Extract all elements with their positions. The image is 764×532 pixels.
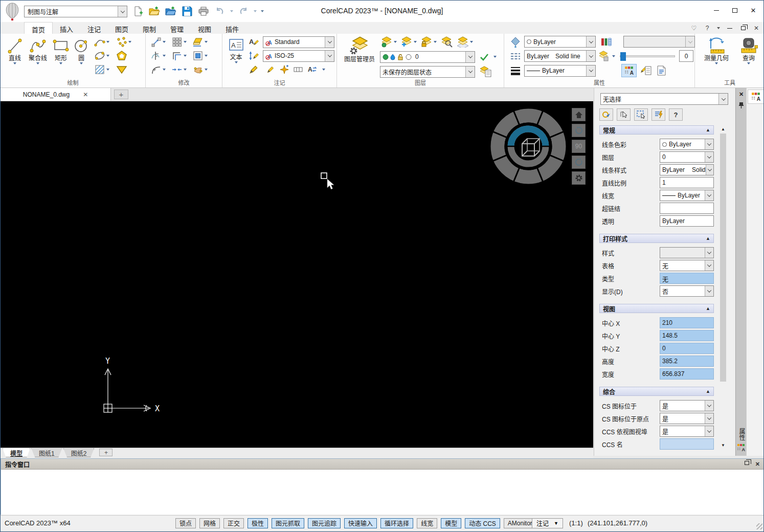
palette-close-button[interactable]: ✕ [737, 91, 745, 98]
print-button[interactable] [197, 5, 210, 18]
selection-filter-select[interactable]: 无选择 [600, 93, 728, 105]
tab-home[interactable]: 首页 [24, 22, 53, 34]
tolerance-button[interactable] [294, 63, 303, 76]
document-tab[interactable]: NONAME_0.dwg ✕ [1, 88, 111, 101]
help-icon[interactable]: ? [703, 24, 711, 32]
tab-constraints[interactable]: 限制 [136, 22, 163, 34]
chevron-down-icon[interactable] [163, 69, 166, 71]
navigation-wheel[interactable] [490, 108, 567, 185]
polygon-button[interactable] [116, 49, 131, 62]
polyline-button[interactable]: 聚合线 [26, 35, 50, 64]
chevron-down-icon[interactable] [163, 41, 166, 43]
wheel-90-button[interactable]: 90 [572, 140, 586, 153]
text-document-button[interactable] [655, 64, 667, 77]
chevron-down-icon[interactable] [586, 51, 595, 61]
property-input-transparency[interactable]: ByLayer [660, 215, 714, 227]
sheet-tab-sheet1[interactable]: 图纸1 [31, 448, 62, 457]
toggle-model[interactable]: 模型 [441, 518, 461, 528]
tab-sheet[interactable]: 图页 [108, 22, 136, 34]
command-float-icon[interactable] [745, 461, 749, 465]
toggle-snap[interactable]: 锁点 [175, 518, 196, 528]
text-style-select[interactable]: A Standard [263, 36, 334, 48]
section-header-view[interactable]: 视图▲ [599, 304, 714, 313]
inquiry-button[interactable]: 查询 [737, 35, 760, 64]
add-layer-button[interactable] [400, 35, 417, 49]
slider-track[interactable] [620, 55, 675, 57]
wheel-rotate-cw-button[interactable] [572, 156, 586, 169]
offset-button[interactable] [171, 49, 187, 62]
dimension-button[interactable] [248, 63, 260, 76]
layer-ok-button[interactable] [479, 51, 489, 63]
circle-button[interactable]: 圆 [72, 35, 91, 64]
deselect-button[interactable] [617, 108, 631, 121]
chevron-down-icon[interactable] [434, 41, 437, 43]
chevron-down-icon[interactable] [747, 62, 750, 64]
tab-view[interactable]: 视图 [191, 22, 218, 34]
dimension-style-select[interactable]: A ISO-25 [263, 50, 334, 62]
erase-button[interactable] [192, 35, 208, 49]
layer-manager-button[interactable]: 图层管理员 [340, 35, 379, 63]
undo-menu-chevron[interactable] [230, 10, 233, 12]
point-button[interactable] [116, 35, 131, 49]
chevron-down-icon[interactable] [106, 55, 109, 57]
chevron-down-icon[interactable] [465, 66, 475, 77]
new-sheet-button[interactable]: + [99, 449, 113, 456]
section-header-print-style[interactable]: 打印样式▲ [599, 234, 714, 243]
properties-palette-tab[interactable] [748, 90, 764, 104]
edit-polyline-button[interactable] [192, 63, 208, 76]
measure-geometry-button[interactable]: 测量几何 [701, 35, 732, 64]
property-select-cs-icon-at[interactable]: 是 [660, 400, 714, 411]
redo-menu-chevron[interactable] [254, 10, 257, 12]
sheet-tab-sheet2[interactable]: 图纸2 [63, 448, 95, 457]
chevron-down-icon[interactable] [322, 69, 325, 71]
layer-preview-button[interactable] [456, 35, 473, 49]
chevron-down-icon[interactable] [612, 55, 615, 57]
toggle-quickinput[interactable]: 快速输入 [344, 518, 377, 528]
toggle-polar[interactable]: 极性 [248, 518, 268, 528]
leader-button[interactable] [248, 49, 260, 62]
window-select-button[interactable] [634, 108, 648, 121]
hide-layer-button[interactable] [380, 35, 397, 49]
section-header-general[interactable]: 常规▲ [599, 125, 714, 135]
slider-thumb[interactable] [620, 52, 626, 61]
doc-restore-button[interactable] [739, 24, 747, 32]
doc-minimize-button[interactable] [726, 24, 734, 32]
scrollbar-thumb[interactable] [720, 134, 726, 382]
pattern-button[interactable] [171, 35, 187, 49]
new-drawing-button[interactable] [131, 5, 145, 18]
chevron-down-icon[interactable] [205, 55, 208, 57]
active-layer-select[interactable]: 0 [380, 51, 475, 63]
toggle-ortho[interactable]: 正交 [223, 518, 244, 528]
isolate-layer-button[interactable] [440, 35, 453, 49]
chevron-down-icon[interactable] [36, 62, 39, 64]
chevron-down-icon[interactable] [184, 69, 187, 71]
chevron-down-icon[interactable] [394, 41, 397, 43]
property-select-ccs-per-viewport[interactable]: 是 [660, 426, 714, 437]
line-weight-select[interactable]: ByLayer [524, 65, 596, 77]
chevron-down-icon[interactable] [59, 62, 62, 64]
chevron-down-icon[interactable] [414, 41, 417, 43]
chevron-down-icon[interactable] [465, 52, 475, 62]
chevron-down-icon[interactable] [184, 41, 187, 43]
toggle-cycle-select[interactable]: 循环选择 [380, 518, 413, 528]
sheet-tab-model[interactable]: 模型 [3, 448, 30, 457]
toggle-esnap[interactable]: 图元抓取 [272, 518, 304, 528]
chevron-down-icon[interactable] [715, 62, 718, 64]
palette-pin-button[interactable] [737, 101, 745, 109]
wheel-settings-button[interactable] [572, 171, 586, 185]
line-style-select[interactable]: ByLayer Solid line [524, 50, 596, 62]
document-close-icon[interactable]: ✕ [83, 91, 88, 98]
scroll-up-arrow[interactable]: ▲ [719, 125, 727, 132]
resize-grip[interactable] [756, 523, 762, 529]
wheel-rotate-ccw-button[interactable] [572, 124, 586, 137]
redo-button[interactable] [237, 5, 250, 18]
annotation-scale-select[interactable]: 注记 ▼ [532, 518, 563, 528]
help-button[interactable]: ? [669, 108, 683, 121]
chevron-down-icon[interactable] [205, 41, 208, 43]
text-button[interactable]: A 文本 [226, 35, 246, 63]
toggle-dynamic-ccs[interactable]: 动态 CCS [465, 518, 500, 528]
chevron-down-icon[interactable] [325, 51, 334, 61]
command-close-icon[interactable]: ✕ [755, 461, 760, 468]
save-button[interactable] [181, 5, 194, 18]
section-header-misc[interactable]: 综合▲ [599, 387, 714, 396]
